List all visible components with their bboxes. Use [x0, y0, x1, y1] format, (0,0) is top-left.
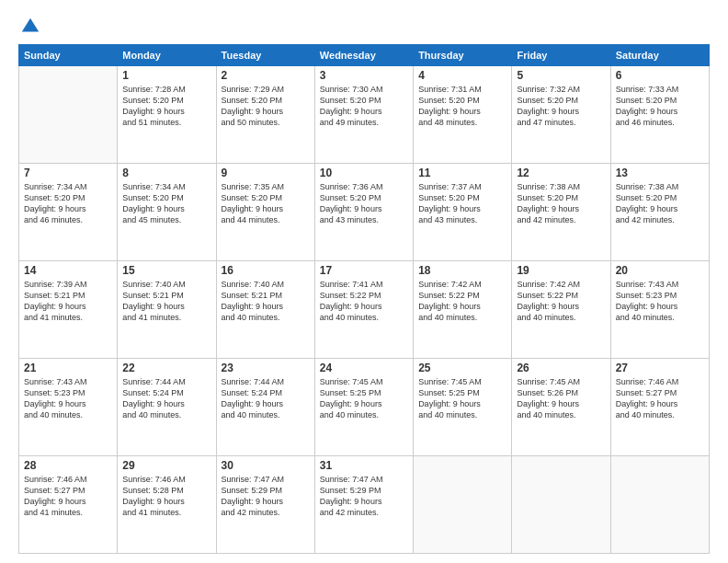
day-info: Sunrise: 7:47 AM Sunset: 5:29 PM Dayligh…: [222, 474, 310, 519]
day-number: 30: [222, 459, 310, 472]
calendar-cell: 30Sunrise: 7:47 AM Sunset: 5:29 PM Dayli…: [216, 456, 314, 554]
logo: [18, 17, 40, 37]
day-number: 8: [122, 167, 210, 179]
calendar-cell: 4Sunrise: 7:31 AM Sunset: 5:20 PM Daylig…: [414, 66, 512, 164]
day-info: Sunrise: 7:47 AM Sunset: 5:29 PM Dayligh…: [320, 474, 408, 519]
day-number: 28: [24, 459, 112, 472]
header-thursday: Thursday: [414, 45, 512, 66]
day-number: 31: [320, 459, 408, 472]
day-number: 10: [320, 167, 408, 179]
calendar-week-row: 14Sunrise: 7:39 AM Sunset: 5:21 PM Dayli…: [19, 261, 710, 359]
calendar-cell: [414, 456, 512, 554]
day-number: 15: [122, 264, 210, 277]
calendar-header-row: SundayMondayTuesdayWednesdayThursdayFrid…: [19, 45, 710, 66]
day-number: 27: [616, 362, 704, 374]
day-info: Sunrise: 7:40 AM Sunset: 5:21 PM Dayligh…: [222, 279, 310, 324]
day-info: Sunrise: 7:40 AM Sunset: 5:21 PM Dayligh…: [122, 279, 210, 324]
calendar-cell: [512, 456, 610, 554]
day-info: Sunrise: 7:37 AM Sunset: 5:20 PM Dayligh…: [418, 181, 506, 226]
day-info: Sunrise: 7:34 AM Sunset: 5:20 PM Dayligh…: [122, 181, 210, 226]
calendar-cell: 14Sunrise: 7:39 AM Sunset: 5:21 PM Dayli…: [19, 261, 118, 359]
calendar-cell: 22Sunrise: 7:44 AM Sunset: 5:24 PM Dayli…: [118, 359, 216, 456]
calendar-cell: 17Sunrise: 7:41 AM Sunset: 5:22 PM Dayli…: [314, 261, 413, 359]
calendar: SundayMondayTuesdayWednesdayThursdayFrid…: [18, 44, 710, 554]
calendar-cell: 5Sunrise: 7:32 AM Sunset: 5:20 PM Daylig…: [512, 66, 610, 164]
svg-marker-0: [22, 18, 39, 32]
calendar-cell: 1Sunrise: 7:28 AM Sunset: 5:20 PM Daylig…: [118, 66, 216, 164]
day-number: 2: [222, 69, 310, 82]
calendar-cell: 25Sunrise: 7:45 AM Sunset: 5:25 PM Dayli…: [414, 359, 512, 456]
day-info: Sunrise: 7:32 AM Sunset: 5:20 PM Dayligh…: [517, 84, 605, 129]
day-info: Sunrise: 7:43 AM Sunset: 5:23 PM Dayligh…: [24, 376, 112, 421]
day-number: 25: [418, 362, 506, 374]
header-saturday: Saturday: [610, 45, 709, 66]
day-number: 19: [517, 264, 605, 277]
calendar-week-row: 1Sunrise: 7:28 AM Sunset: 5:20 PM Daylig…: [19, 66, 710, 164]
day-info: Sunrise: 7:42 AM Sunset: 5:22 PM Dayligh…: [517, 279, 605, 324]
calendar-cell: 18Sunrise: 7:42 AM Sunset: 5:22 PM Dayli…: [414, 261, 512, 359]
day-info: Sunrise: 7:29 AM Sunset: 5:20 PM Dayligh…: [222, 84, 310, 129]
day-info: Sunrise: 7:46 AM Sunset: 5:28 PM Dayligh…: [122, 474, 210, 519]
day-info: Sunrise: 7:43 AM Sunset: 5:23 PM Dayligh…: [616, 279, 704, 324]
day-info: Sunrise: 7:39 AM Sunset: 5:21 PM Dayligh…: [24, 279, 112, 324]
day-info: Sunrise: 7:35 AM Sunset: 5:20 PM Dayligh…: [222, 181, 310, 226]
calendar-cell: 23Sunrise: 7:44 AM Sunset: 5:24 PM Dayli…: [216, 359, 314, 456]
day-number: 20: [616, 264, 704, 277]
day-info: Sunrise: 7:46 AM Sunset: 5:27 PM Dayligh…: [616, 376, 704, 421]
header-wednesday: Wednesday: [314, 45, 413, 66]
calendar-cell: 9Sunrise: 7:35 AM Sunset: 5:20 PM Daylig…: [216, 164, 314, 261]
calendar-week-row: 21Sunrise: 7:43 AM Sunset: 5:23 PM Dayli…: [19, 359, 710, 456]
day-info: Sunrise: 7:41 AM Sunset: 5:22 PM Dayligh…: [320, 279, 408, 324]
calendar-cell: 13Sunrise: 7:38 AM Sunset: 5:20 PM Dayli…: [610, 164, 709, 261]
day-info: Sunrise: 7:30 AM Sunset: 5:20 PM Dayligh…: [320, 84, 408, 129]
header-friday: Friday: [512, 45, 610, 66]
calendar-cell: 16Sunrise: 7:40 AM Sunset: 5:21 PM Dayli…: [216, 261, 314, 359]
calendar-cell: 2Sunrise: 7:29 AM Sunset: 5:20 PM Daylig…: [216, 66, 314, 164]
day-info: Sunrise: 7:45 AM Sunset: 5:25 PM Dayligh…: [320, 376, 408, 421]
calendar-cell: 31Sunrise: 7:47 AM Sunset: 5:29 PM Dayli…: [314, 456, 413, 554]
calendar-cell: 8Sunrise: 7:34 AM Sunset: 5:20 PM Daylig…: [118, 164, 216, 261]
day-info: Sunrise: 7:38 AM Sunset: 5:20 PM Dayligh…: [616, 181, 704, 226]
calendar-cell: [610, 456, 709, 554]
day-info: Sunrise: 7:33 AM Sunset: 5:20 PM Dayligh…: [616, 84, 704, 129]
day-info: Sunrise: 7:44 AM Sunset: 5:24 PM Dayligh…: [222, 376, 310, 421]
calendar-cell: 28Sunrise: 7:46 AM Sunset: 5:27 PM Dayli…: [19, 456, 118, 554]
day-info: Sunrise: 7:31 AM Sunset: 5:20 PM Dayligh…: [418, 84, 506, 129]
calendar-cell: 12Sunrise: 7:38 AM Sunset: 5:20 PM Dayli…: [512, 164, 610, 261]
header: [18, 17, 710, 37]
day-number: 12: [517, 167, 605, 179]
calendar-cell: 21Sunrise: 7:43 AM Sunset: 5:23 PM Dayli…: [19, 359, 118, 456]
day-number: 5: [517, 69, 605, 82]
calendar-cell: 10Sunrise: 7:36 AM Sunset: 5:20 PM Dayli…: [314, 164, 413, 261]
calendar-week-row: 28Sunrise: 7:46 AM Sunset: 5:27 PM Dayli…: [19, 456, 710, 554]
calendar-week-row: 7Sunrise: 7:34 AM Sunset: 5:20 PM Daylig…: [19, 164, 710, 261]
day-number: 7: [24, 167, 112, 179]
day-info: Sunrise: 7:44 AM Sunset: 5:24 PM Dayligh…: [122, 376, 210, 421]
calendar-cell: 27Sunrise: 7:46 AM Sunset: 5:27 PM Dayli…: [610, 359, 709, 456]
day-number: 16: [222, 264, 310, 277]
day-number: 24: [320, 362, 408, 374]
day-number: 21: [24, 362, 112, 374]
header-tuesday: Tuesday: [216, 45, 314, 66]
day-number: 4: [418, 69, 506, 82]
day-number: 1: [122, 69, 210, 82]
header-sunday: Sunday: [19, 45, 118, 66]
day-number: 29: [122, 459, 210, 472]
day-number: 26: [517, 362, 605, 374]
day-info: Sunrise: 7:46 AM Sunset: 5:27 PM Dayligh…: [24, 474, 112, 519]
day-number: 23: [222, 362, 310, 374]
calendar-cell: 19Sunrise: 7:42 AM Sunset: 5:22 PM Dayli…: [512, 261, 610, 359]
day-number: 13: [616, 167, 704, 179]
day-number: 18: [418, 264, 506, 277]
day-info: Sunrise: 7:36 AM Sunset: 5:20 PM Dayligh…: [320, 181, 408, 226]
calendar-cell: 6Sunrise: 7:33 AM Sunset: 5:20 PM Daylig…: [610, 66, 709, 164]
day-number: 3: [320, 69, 408, 82]
logo-icon: [20, 17, 40, 37]
header-monday: Monday: [118, 45, 216, 66]
calendar-cell: 29Sunrise: 7:46 AM Sunset: 5:28 PM Dayli…: [118, 456, 216, 554]
day-number: 17: [320, 264, 408, 277]
day-info: Sunrise: 7:34 AM Sunset: 5:20 PM Dayligh…: [24, 181, 112, 226]
day-info: Sunrise: 7:38 AM Sunset: 5:20 PM Dayligh…: [517, 181, 605, 226]
calendar-cell: 26Sunrise: 7:45 AM Sunset: 5:26 PM Dayli…: [512, 359, 610, 456]
day-info: Sunrise: 7:45 AM Sunset: 5:26 PM Dayligh…: [517, 376, 605, 421]
